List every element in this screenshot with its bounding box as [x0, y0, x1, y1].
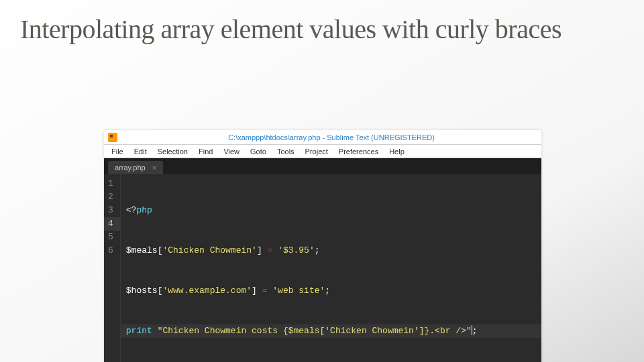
code-line: $hosts['www.example.com'] = 'web site';: [126, 284, 536, 298]
menu-tools[interactable]: Tools: [272, 146, 299, 157]
close-icon[interactable]: ×: [152, 164, 156, 172]
menu-view[interactable]: View: [219, 146, 244, 157]
sublime-app-icon: [108, 133, 117, 142]
menu-bar: File Edit Selection Find View Goto Tools…: [104, 145, 541, 158]
line-number: 2: [108, 190, 113, 204]
line-number-gutter: 1 2 3 4 5 6: [104, 174, 121, 362]
window-title: C:\xamppp\htdocs\array.php - Sublime Tex…: [121, 133, 541, 141]
menu-file[interactable]: File: [107, 146, 128, 157]
menu-selection[interactable]: Selection: [153, 146, 193, 157]
menu-preferences[interactable]: Preferences: [334, 146, 383, 157]
line-number: 4: [104, 217, 120, 231]
slide-title: Interpolating array element values with …: [0, 0, 644, 44]
code-line: print "Chicken Chowmein costs {$meals['C…: [121, 324, 541, 338]
editor-window: C:\xamppp\htdocs\array.php - Sublime Tex…: [104, 130, 541, 362]
code-area[interactable]: 1 2 3 4 5 6 <?php $meals['Chicken Chowme…: [104, 174, 541, 362]
menu-project[interactable]: Project: [301, 146, 333, 157]
line-number: 1: [108, 177, 113, 190]
line-number: 5: [108, 231, 113, 244]
line-number: 6: [108, 244, 113, 257]
tab-strip: array.php ×: [104, 158, 541, 174]
code-line: <?php: [126, 204, 536, 217]
menu-goto[interactable]: Goto: [246, 146, 271, 157]
tab-array-php[interactable]: array.php ×: [108, 161, 163, 174]
title-bar: C:\xamppp\htdocs\array.php - Sublime Tex…: [104, 130, 541, 145]
menu-find[interactable]: Find: [194, 146, 217, 157]
code-line: $meals['Chicken Chowmein'] = '$3.95';: [126, 244, 536, 257]
code-content[interactable]: <?php $meals['Chicken Chowmein'] = '$3.9…: [121, 174, 541, 362]
line-number: 3: [108, 204, 113, 217]
menu-edit[interactable]: Edit: [129, 146, 152, 157]
tab-label: array.php: [115, 164, 146, 172]
menu-help[interactable]: Help: [384, 146, 409, 157]
